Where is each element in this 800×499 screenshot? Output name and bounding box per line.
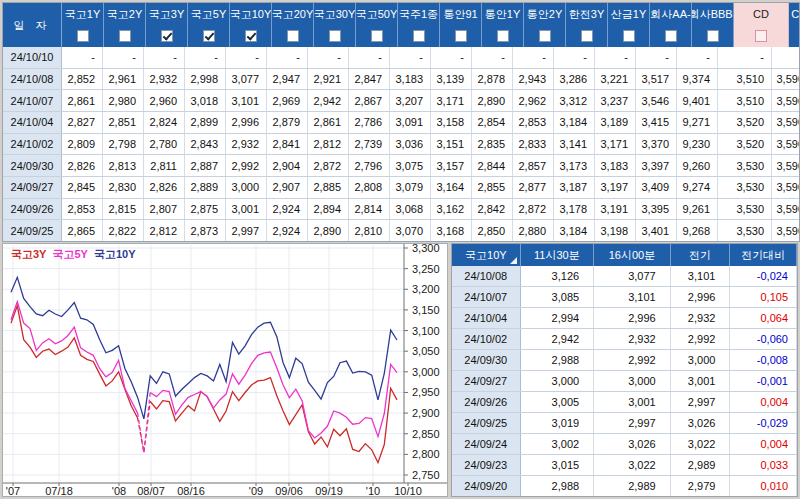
column-checkbox[interactable]	[77, 30, 89, 42]
rate-cell: 3,370	[636, 134, 677, 155]
detail-value-cell: 3,001	[671, 371, 731, 391]
column-header[interactable]: 국고30Y	[314, 3, 356, 47]
rate-cell: 3,187	[554, 177, 595, 198]
y-axis-tick-label: 3,000	[412, 366, 440, 378]
column-header[interactable]: 통안2Y	[524, 3, 566, 47]
column-checkbox-row	[734, 25, 788, 47]
detail-table-row: 24/09/263,0053,0012,9970,004	[452, 392, 797, 413]
date-cell: 24/10/07	[3, 90, 62, 111]
rate-cell: 3,173	[554, 155, 595, 176]
column-checkbox[interactable]	[539, 30, 551, 42]
column-checkbox[interactable]	[245, 30, 257, 42]
rate-cell: 2,826	[62, 155, 103, 176]
rate-cell: 3,221	[595, 69, 636, 90]
x-axis-tick-label: '08	[112, 485, 126, 496]
column-checkbox[interactable]	[413, 30, 425, 42]
sort-triangle-icon	[510, 257, 517, 264]
detail-value-cell: 2,996	[671, 287, 731, 307]
column-header-label: 한전3Y	[566, 3, 607, 25]
diff-cell: 0,105	[730, 287, 797, 307]
column-checkbox-row	[104, 25, 145, 47]
rate-cell: 3,590	[772, 90, 800, 111]
column-checkbox[interactable]	[755, 30, 767, 42]
column-checkbox[interactable]	[371, 30, 383, 42]
detail-value-cell: 3,077	[594, 266, 671, 286]
rate-cell: 3,401	[636, 220, 677, 241]
rate-cell: -	[103, 47, 144, 68]
rate-cell: 3,164	[431, 177, 472, 198]
column-header[interactable]: 국고5Y	[188, 3, 230, 47]
column-header[interactable]: 통안91	[440, 3, 482, 47]
column-header[interactable]: 회사AA-	[650, 3, 692, 47]
rate-cell: 2,810	[349, 220, 390, 241]
rate-cell: 3,139	[431, 69, 472, 90]
detail-column-header[interactable]: 16시00분	[594, 244, 671, 266]
column-checkbox[interactable]	[707, 30, 719, 42]
column-header[interactable]: 국고1Y	[62, 3, 104, 47]
rate-cell: 3,520	[718, 112, 772, 133]
column-checkbox[interactable]	[203, 30, 215, 42]
column-header-label: 국고10Y	[230, 3, 271, 25]
rate-cell: 3,178	[554, 199, 595, 220]
detail-column-header[interactable]: 11시30분	[521, 244, 595, 266]
rate-cell: 3,286	[554, 69, 595, 90]
column-checkbox[interactable]	[455, 30, 467, 42]
x-axis-tick-label: '09	[249, 485, 263, 496]
column-header[interactable]: 통안1Y	[482, 3, 524, 47]
rate-cell: -	[772, 47, 800, 68]
rate-cell: 2,865	[62, 220, 103, 241]
column-header[interactable]: 국주1종	[398, 3, 440, 47]
rate-cell: 2,844	[472, 155, 513, 176]
rate-cell: 2,847	[349, 69, 390, 90]
column-header[interactable]: 산금1Y	[608, 3, 650, 47]
detail-date-cell: 24/09/30	[452, 350, 521, 370]
column-header[interactable]: 국고3Y	[146, 3, 188, 47]
date-column-header: 일 자	[3, 3, 62, 47]
column-header-label: 국고5Y	[188, 3, 229, 25]
column-header[interactable]: CP91D	[789, 3, 800, 47]
column-header[interactable]: 회사BBB-	[692, 3, 734, 47]
column-checkbox[interactable]	[119, 30, 131, 42]
detail-column-header[interactable]: 전기대비	[730, 244, 797, 266]
column-checkbox-row	[314, 25, 355, 47]
column-checkbox[interactable]	[329, 30, 341, 42]
y-axis-tick-label: 3,150	[412, 304, 440, 316]
rate-cell: 3,415	[636, 112, 677, 133]
diff-cell: 0,004	[730, 434, 797, 454]
detail-value-cell: 3,026	[594, 434, 671, 454]
column-header[interactable]: 국고20Y	[272, 3, 314, 47]
main-rates-table: 일 자 국고1Y국고2Y국고3Y국고5Y국고10Y국고20Y국고30Y국고50Y…	[2, 2, 800, 242]
rate-cell: 2,854	[472, 112, 513, 133]
column-checkbox[interactable]	[497, 30, 509, 42]
column-checkbox[interactable]	[581, 30, 593, 42]
rate-cell: 2,853	[62, 199, 103, 220]
x-axis-tick-label: 08/16	[177, 485, 205, 496]
column-header[interactable]: 한전3Y	[566, 3, 608, 47]
column-checkbox[interactable]	[161, 30, 173, 42]
detail-date-cell: 24/10/02	[452, 329, 521, 349]
x-axis-tick-label: '10	[366, 485, 380, 496]
rate-cell: 3,157	[431, 155, 472, 176]
detail-value-cell: 2,989	[671, 455, 731, 475]
rate-cell: -	[144, 47, 185, 68]
rate-cell: 9,271	[677, 112, 718, 133]
column-header[interactable]: 국고10Y	[230, 3, 272, 47]
column-checkbox[interactable]	[287, 30, 299, 42]
column-checkbox[interactable]	[623, 30, 635, 42]
detail-value-cell: 2,997	[671, 392, 731, 412]
rate-cell: 2,814	[349, 199, 390, 220]
column-header[interactable]: 국고2Y	[104, 3, 146, 47]
column-header[interactable]: CD	[734, 3, 789, 47]
column-header[interactable]: 국고50Y	[356, 3, 398, 47]
rate-cell: 3,091	[390, 112, 431, 133]
detail-value-cell: 3,002	[521, 434, 595, 454]
rate-cell: 2,811	[144, 155, 185, 176]
y-axis-tick-label: 2,850	[412, 428, 440, 440]
rate-cell: 3,510	[718, 69, 772, 90]
detail-column-header[interactable]: 국고10Y	[452, 244, 521, 266]
detail-column-header[interactable]: 전기	[671, 244, 731, 266]
diff-cell: 0,064	[730, 308, 797, 328]
column-checkbox[interactable]	[665, 30, 677, 42]
rate-cell: -	[472, 47, 513, 68]
rate-cell: 2,998	[185, 69, 226, 90]
